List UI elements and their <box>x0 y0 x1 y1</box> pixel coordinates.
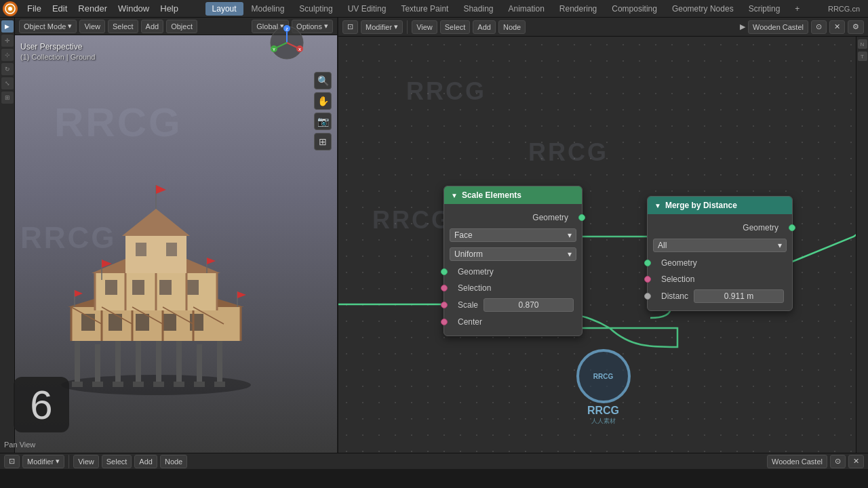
tool-scale[interactable]: ⤡ <box>1 77 14 89</box>
scale-elements-selection-label: Selection <box>458 283 491 293</box>
camera-tool[interactable]: 📷 <box>314 113 332 130</box>
tab-modeling[interactable]: Modeling <box>245 2 292 16</box>
rrcg-logo-text: RRCG.cn <box>828 5 865 13</box>
settings-button[interactable]: ⚙ <box>848 20 864 34</box>
all-dropdown[interactable]: All ▾ <box>653 239 787 252</box>
merge-geo-in-socket[interactable] <box>644 260 651 266</box>
chevron-down-icon-7: ▾ <box>778 241 782 250</box>
merge-geo-in-label: Geometry <box>661 258 697 268</box>
zoom-tool[interactable]: 🔍 <box>314 72 332 89</box>
svg-marker-62 <box>75 290 83 297</box>
bottom-node[interactable]: Node <box>160 455 187 468</box>
scale-socket[interactable] <box>441 302 448 308</box>
node-add-menu[interactable]: Add <box>473 20 496 34</box>
rsb-btn-2[interactable]: T <box>858 52 867 61</box>
svg-rect-25 <box>153 382 164 387</box>
pan-view-label: Pan View <box>4 441 35 449</box>
modifier-dropdown[interactable]: Modifier ▾ <box>361 20 403 34</box>
tab-compositing[interactable]: Compositing <box>605 2 664 16</box>
tab-sculpting[interactable]: Sculpting <box>292 2 339 16</box>
menu-file[interactable]: File <box>22 2 47 15</box>
menu-window[interactable]: Window <box>113 2 155 15</box>
svg-rect-56 <box>166 243 177 256</box>
tab-geometry-nodes[interactable]: Geometry Nodes <box>665 2 741 16</box>
bottom-object-name[interactable]: Wooden Castel <box>767 455 827 468</box>
merge-selection-socket[interactable] <box>644 276 651 283</box>
center-socket[interactable] <box>441 319 448 325</box>
bottom-modifier-label: Modifier <box>27 458 54 466</box>
tool-select[interactable]: ▶ <box>1 20 14 33</box>
tool-transform[interactable]: ⊞ <box>1 92 14 104</box>
scale-elements-geo-out-socket[interactable] <box>578 214 585 221</box>
svg-marker-54 <box>122 209 190 236</box>
view-menu[interactable]: View <box>79 20 105 33</box>
scale-elements-geo-in-socket[interactable] <box>441 268 448 275</box>
svg-rect-24 <box>133 382 144 387</box>
tool-rotate[interactable]: ↻ <box>1 63 14 75</box>
bottom-pin[interactable]: ⊙ <box>830 455 846 468</box>
viewport-info: User Perspective (1) Collection | Ground <box>20 42 95 61</box>
axis-gizmo[interactable]: Z X Y <box>269 24 306 62</box>
tab-layout[interactable]: Layout <box>205 2 243 16</box>
blender-logo <box>3 1 18 16</box>
node-editor-icon[interactable]: ⊡ <box>342 20 358 34</box>
all-dropdown-row: All ▾ <box>648 236 792 255</box>
tab-scripting[interactable]: Scripting <box>742 2 787 16</box>
distance-value-field[interactable]: 0.911 m <box>694 289 784 303</box>
tab-uv-editing[interactable]: UV Editing <box>341 2 393 16</box>
svg-rect-26 <box>174 382 184 387</box>
node-view-menu[interactable]: View <box>412 20 437 34</box>
scale-elements-selection-socket[interactable] <box>441 285 448 291</box>
node-node-menu[interactable]: Node <box>498 20 526 34</box>
menu-help[interactable]: Help <box>155 2 184 15</box>
node-select-menu[interactable]: Select <box>440 20 471 34</box>
tab-shading[interactable]: Shading <box>456 2 500 16</box>
object-mode-dropdown[interactable]: Object Mode ▾ <box>19 20 77 33</box>
tab-texture-paint[interactable]: Texture Paint <box>394 2 455 16</box>
merge-geo-out-socket[interactable] <box>789 224 795 231</box>
pin-button[interactable]: ⊙ <box>811 20 827 34</box>
svg-point-1 <box>8 7 12 11</box>
close-button[interactable]: ✕ <box>829 20 845 34</box>
tab-rendering[interactable]: Rendering <box>553 2 604 16</box>
grid-tool[interactable]: ⊞ <box>314 133 332 150</box>
object-name-btn[interactable]: Wooden Castel <box>748 20 808 34</box>
rrcg-circle-inner: RRCG <box>593 373 613 380</box>
node-scale-elements-header: ▼ Scale Elements <box>444 186 582 204</box>
bottom-close[interactable]: ✕ <box>848 455 864 468</box>
rrcg-sublabel: 人人素材 <box>576 417 631 426</box>
bottom-divider <box>68 455 69 468</box>
scale-elements-body: Geometry Face ▾ Uniform <box>444 204 582 336</box>
modifier-label: Modifier <box>366 23 392 31</box>
object-mode-label: Object Mode <box>24 22 66 30</box>
bottom-select[interactable]: Select <box>102 455 132 468</box>
right-header: ⊡ Modifier ▾ View Select Add Node ▶ Wood… <box>338 18 868 37</box>
menu-render[interactable]: Render <box>73 2 113 15</box>
bottom-modifier-dropdown[interactable]: Modifier ▾ <box>22 455 64 468</box>
viewport-collection: (1) Collection | Ground <box>20 53 95 61</box>
bottom-view[interactable]: View <box>73 455 99 468</box>
add-menu[interactable]: Add <box>141 20 164 33</box>
workspace-tabs: Layout Modeling Sculpting UV Editing Tex… <box>184 2 828 16</box>
uniform-dropdown[interactable]: Uniform ▾ <box>450 247 576 261</box>
scale-label: Scale <box>458 300 478 310</box>
menu-edit[interactable]: Edit <box>47 2 73 15</box>
viewport-tools: 🔍 ✋ 📷 ⊞ <box>314 72 332 150</box>
tab-add[interactable]: + <box>788 2 806 16</box>
rsb-btn-1[interactable]: N <box>858 39 867 49</box>
right-editor: ⊡ Modifier ▾ View Select Add Node ▶ Wood… <box>338 18 868 453</box>
svg-marker-64 <box>207 258 216 264</box>
svg-rect-23 <box>113 382 123 387</box>
tool-cursor[interactable]: ✛ <box>1 35 14 47</box>
distance-socket[interactable] <box>644 293 651 300</box>
pan-tool[interactable]: ✋ <box>314 92 332 110</box>
tool-move[interactable]: ⊹ <box>1 49 14 61</box>
svg-rect-21 <box>72 382 83 387</box>
bottom-editor-icon[interactable]: ⊡ <box>4 455 20 468</box>
select-menu[interactable]: Select <box>108 20 138 33</box>
object-menu[interactable]: Object <box>166 20 197 33</box>
scale-value-field[interactable]: 0.870 <box>484 298 574 312</box>
face-dropdown[interactable]: Face ▾ <box>450 228 576 242</box>
bottom-add[interactable]: Add <box>134 455 157 468</box>
tab-animation[interactable]: Animation <box>501 2 551 16</box>
